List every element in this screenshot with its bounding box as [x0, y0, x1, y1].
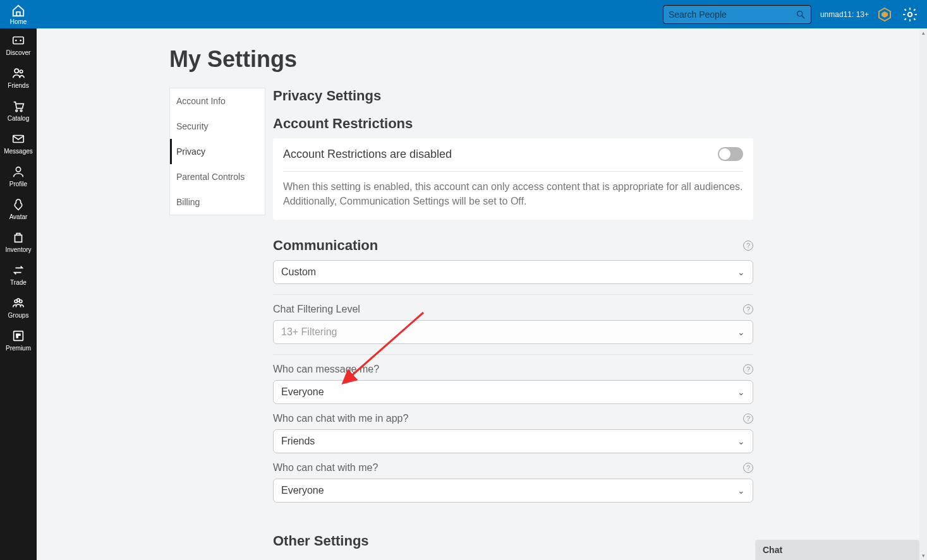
tab-parental-controls[interactable]: Parental Controls [170, 164, 265, 189]
svg-point-11 [20, 110, 22, 112]
groups-icon [11, 296, 25, 310]
communication-preset-block: Custom ⌄ [273, 260, 753, 295]
help-icon[interactable]: ? [743, 414, 753, 424]
communication-preset-select[interactable]: Custom ⌄ [273, 260, 753, 284]
messages-icon [11, 132, 25, 146]
communication-heading-row: Communication ? [273, 237, 753, 254]
profile-icon [11, 165, 25, 179]
help-icon[interactable]: ? [743, 364, 753, 374]
toggle-knob [719, 148, 730, 160]
who-message-block: Who can message me? ? Everyone ⌄ [273, 364, 753, 409]
vertical-scrollbar[interactable]: ▴ ▾ [919, 28, 927, 560]
who-message-label-row: Who can message me? ? [273, 364, 753, 375]
sidebar-item-inventory[interactable]: Inventory [0, 225, 37, 258]
who-chat-label: Who can chat with me? [273, 462, 378, 474]
sidebar-label: Messages [4, 148, 33, 155]
tab-account-info[interactable]: Account Info [170, 88, 265, 114]
svg-point-0 [797, 11, 803, 16]
restrictions-description: When this setting is enabled, this accou… [283, 179, 743, 208]
settings-tabs: Account Info Security Privacy Parental C… [169, 88, 265, 215]
sidebar-label: Discover [6, 49, 31, 56]
sidebar-item-friends[interactable]: Friends [0, 61, 37, 94]
robux-button[interactable] [876, 6, 893, 23]
who-chat-app-label: Who can chat with me in app? [273, 413, 408, 424]
sidebar-item-profile[interactable]: Profile [0, 160, 37, 193]
settings-layout: Account Info Security Privacy Parental C… [169, 88, 919, 556]
tab-billing[interactable]: Billing [170, 189, 265, 215]
tab-security[interactable]: Security [170, 114, 265, 139]
who-chat-app-block: Who can chat with me in app? ? Friends ⌄ [273, 413, 753, 458]
sidebar-label: Friends [8, 82, 28, 89]
settings-panel: Privacy Settings Account Restrictions Ac… [273, 88, 753, 556]
chevron-down-icon: ⌄ [737, 436, 745, 446]
communication-heading: Communication [273, 237, 378, 254]
chat-label: Chat [763, 545, 782, 555]
restrictions-status-text: Account Restrictions are disabled [283, 148, 452, 161]
scroll-down-button[interactable]: ▾ [919, 551, 927, 560]
select-value: Everyone [281, 386, 324, 398]
inventory-icon [11, 230, 25, 244]
sidebar-label: Trade [10, 279, 27, 286]
sidebar-label: Catalog [8, 115, 29, 122]
select-value: 13+ Filtering [281, 326, 337, 338]
svg-point-9 [20, 70, 23, 73]
svg-line-1 [802, 16, 804, 18]
svg-point-4 [908, 12, 912, 16]
home-button[interactable]: Home [0, 0, 37, 28]
sidebar-item-messages[interactable]: Messages [0, 127, 37, 160]
svg-point-6 [15, 40, 17, 42]
sidebar-item-avatar[interactable]: Avatar [0, 193, 37, 225]
sidebar-label: Groups [8, 312, 29, 319]
who-chat-app-label-row: Who can chat with me in app? ? [273, 413, 753, 424]
main-content: My Settings Account Info Security Privac… [37, 28, 919, 560]
sidebar-item-trade[interactable]: Trade [0, 258, 37, 291]
help-icon[interactable]: ? [743, 241, 753, 251]
chevron-down-icon: ⌄ [737, 486, 745, 496]
sidebar-item-catalog[interactable]: Catalog [0, 94, 37, 127]
page-title: My Settings [169, 46, 919, 73]
account-restrictions-card: Account Restrictions are disabled When t… [273, 138, 753, 220]
trade-icon [11, 263, 25, 277]
select-value: Everyone [281, 485, 324, 496]
home-label: Home [10, 18, 27, 25]
who-message-label: Who can message me? [273, 364, 379, 375]
scroll-up-button[interactable]: ▴ [919, 28, 927, 37]
chat-bar[interactable]: Chat [755, 540, 919, 560]
left-sidebar: Discover Friends Catalog Messages Profil… [0, 28, 37, 560]
help-icon[interactable]: ? [743, 304, 753, 314]
who-chat-select[interactable]: Everyone ⌄ [273, 479, 753, 503]
help-icon[interactable]: ? [743, 463, 753, 473]
chevron-down-icon: ⌄ [737, 267, 745, 277]
svg-point-10 [16, 110, 18, 112]
restrictions-status-row: Account Restrictions are disabled [283, 147, 743, 169]
search-box[interactable] [663, 5, 811, 24]
other-settings-heading: Other Settings [273, 533, 753, 549]
select-value: Custom [281, 266, 316, 278]
settings-gear-button[interactable] [900, 5, 919, 24]
catalog-icon [11, 99, 25, 113]
chat-filter-select[interactable]: 13+ Filtering ⌄ [273, 320, 753, 344]
home-icon [11, 4, 25, 18]
tab-privacy[interactable]: Privacy [170, 139, 265, 164]
svg-rect-19 [16, 333, 20, 336]
svg-marker-3 [882, 11, 888, 18]
username-label[interactable]: unmad11: 13+ [820, 10, 869, 19]
sidebar-item-groups[interactable]: Groups [0, 291, 37, 324]
who-chat-label-row: Who can chat with me? ? [273, 462, 753, 474]
svg-point-13 [16, 167, 20, 172]
friends-icon [11, 66, 25, 80]
svg-point-16 [17, 299, 20, 302]
who-message-select[interactable]: Everyone ⌄ [273, 380, 753, 404]
spacer [273, 521, 753, 533]
sidebar-label: Profile [9, 181, 27, 188]
search-input[interactable] [669, 9, 796, 20]
restrictions-toggle[interactable] [718, 147, 743, 161]
who-chat-app-select[interactable]: Friends ⌄ [273, 429, 753, 453]
sidebar-item-premium[interactable]: Premium [0, 324, 37, 357]
svg-rect-5 [13, 37, 24, 44]
sidebar-label: Inventory [5, 246, 31, 253]
chevron-down-icon: ⌄ [737, 387, 745, 397]
search-icon [796, 9, 806, 20]
who-chat-block: Who can chat with me? ? Everyone ⌄ [273, 462, 753, 513]
sidebar-item-discover[interactable]: Discover [0, 28, 37, 61]
